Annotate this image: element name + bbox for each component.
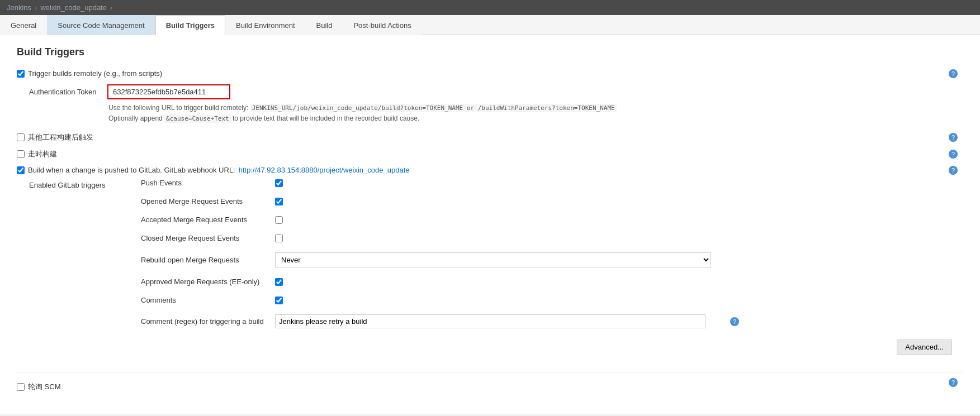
tab-build-environment[interactable]: Build Environment [225, 15, 306, 35]
opened-merge-checkbox[interactable] [275, 198, 283, 205]
auth-hint-suffix: to provide text that will be included in… [233, 114, 419, 122]
rebuild-label: Rebuild open Merge Requests [141, 256, 269, 264]
closed-merge-checkbox[interactable] [275, 235, 283, 242]
gitlab-section: Enabled GitLab triggers Push Events Open… [29, 179, 963, 334]
comment-regex-input[interactable] [275, 314, 706, 328]
breadcrumb-project[interactable]: weixin_code_update [40, 3, 107, 12]
closed-merge-row: Closed Merge Request Events [141, 234, 728, 242]
other-trigger-label: 其他工程构建后触发 [28, 132, 93, 142]
scm-polling-checkbox[interactable] [17, 383, 25, 391]
section-title: Build Triggers [17, 46, 963, 58]
accepted-merge-checkbox[interactable] [275, 216, 283, 224]
comment-regex-row: Comment (regex) for triggering a build ? [141, 314, 728, 328]
gitlab-trigger-url[interactable]: http://47.92.83.154:8880/project/weixin_… [239, 166, 410, 174]
rebuild-row: Rebuild open Merge Requests Never On pus… [141, 252, 728, 267]
opened-merge-row: Opened Merge Request Events [141, 197, 728, 205]
auth-hint-code: &cause=Cause+Text [164, 114, 231, 123]
enabled-triggers-label: Enabled GitLab triggers [29, 179, 141, 189]
content-area: Build Triggers Trigger builds remotely (… [0, 35, 980, 410]
auth-hint-append: Optionally append [108, 114, 163, 122]
auth-token-row: Authentication Token Use the following U… [29, 84, 963, 123]
triggers-options: Push Events Opened Merge Request Events … [141, 179, 728, 334]
scheduled-trigger-checkbox[interactable] [17, 150, 25, 158]
scheduled-trigger-row: 走时构建 ? [17, 149, 963, 159]
scm-polling-help-icon[interactable]: ? [949, 378, 958, 387]
scm-polling-label: 轮询 SCM [28, 382, 61, 392]
other-trigger-checkbox[interactable] [17, 133, 25, 141]
scheduled-trigger-help-icon[interactable]: ? [949, 150, 958, 159]
push-events-checkbox[interactable] [275, 179, 283, 187]
advanced-btn-row: Advanced... [17, 340, 963, 364]
other-trigger-help-icon[interactable]: ? [949, 133, 958, 142]
tab-general[interactable]: General [0, 15, 47, 35]
trigger-builds-remotely-row: Trigger builds remotely (e.g., from scri… [17, 69, 963, 78]
advanced-button[interactable]: Advanced... [897, 340, 952, 355]
gitlab-trigger-label: Build when a change is pushed to GitLab.… [28, 166, 235, 174]
tab-post-build-actions[interactable]: Post-build Actions [343, 15, 422, 35]
comments-row: Comments [141, 296, 728, 304]
tabs-bar: General Source Code Management Build Tri… [0, 15, 980, 35]
comments-label: Comments [141, 296, 269, 304]
gitlab-trigger-checkbox[interactable] [17, 166, 25, 174]
tab-source-code-management[interactable]: Source Code Management [47, 15, 155, 35]
auth-token-label: Authentication Token [29, 88, 102, 96]
trigger-builds-remotely-label: Trigger builds remotely (e.g., from scri… [28, 69, 162, 78]
opened-merge-label: Opened Merge Request Events [141, 197, 269, 205]
trigger-builds-remotely-checkbox[interactable] [17, 70, 25, 78]
accepted-merge-label: Accepted Merge Request Events [141, 216, 269, 224]
main-container: General Source Code Management Build Tri… [0, 15, 980, 414]
gitlab-trigger-row: Build when a change is pushed to GitLab.… [17, 166, 963, 174]
auth-token-input[interactable] [107, 84, 230, 99]
breadcrumb-sep-1: › [35, 3, 37, 12]
tab-build-triggers[interactable]: Build Triggers [155, 15, 225, 35]
tab-build[interactable]: Build [306, 15, 343, 35]
auth-hint-url: JENKINS_URL/job/weixin_code_update/build… [250, 104, 617, 112]
approved-merge-label: Approved Merge Requests (EE-only) [141, 278, 269, 286]
approved-merge-row: Approved Merge Requests (EE-only) [141, 278, 728, 286]
comments-checkbox[interactable] [275, 297, 283, 304]
push-events-row: Push Events [141, 179, 728, 187]
breadcrumb-sep-2: › [110, 3, 112, 12]
push-events-label: Push Events [141, 179, 269, 187]
auth-hint-text: Use the following URL to trigger build r… [108, 104, 248, 112]
auth-hint: Use the following URL to trigger build r… [108, 103, 963, 123]
approved-merge-checkbox[interactable] [275, 278, 283, 286]
comment-regex-help-icon[interactable]: ? [730, 317, 739, 326]
accepted-merge-row: Accepted Merge Request Events [141, 216, 728, 224]
breadcrumb-jenkins[interactable]: Jenkins [7, 3, 31, 12]
closed-merge-label: Closed Merge Request Events [141, 234, 269, 242]
other-trigger-row: 其他工程构建后触发 ? [17, 132, 963, 142]
breadcrumb: Jenkins › weixin_code_update › [0, 0, 980, 15]
auth-inner: Authentication Token [29, 84, 963, 99]
gitlab-trigger-help-icon[interactable]: ? [949, 166, 958, 175]
scheduled-trigger-label: 走时构建 [28, 149, 57, 159]
rebuild-select[interactable]: Never On push to source branch On push t… [275, 252, 711, 267]
comment-regex-label: Comment (regex) for triggering a build [141, 317, 269, 326]
scm-polling-row: 轮询 SCM ? [17, 372, 963, 392]
enabled-triggers-row: Enabled GitLab triggers Push Events Open… [29, 179, 963, 334]
trigger-builds-remotely-help-icon[interactable]: ? [949, 69, 958, 78]
